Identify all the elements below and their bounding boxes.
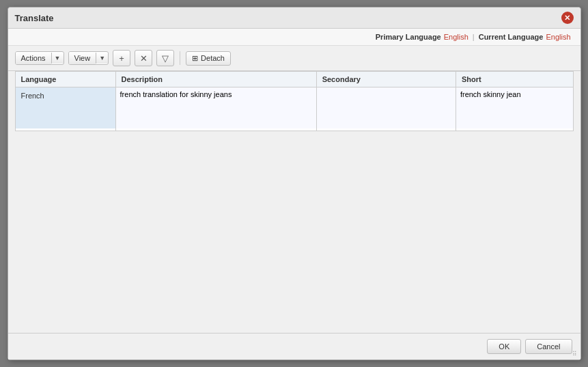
col-short: Short bbox=[456, 72, 573, 87]
add-button[interactable]: + bbox=[113, 50, 130, 66]
add-icon: + bbox=[119, 53, 124, 64]
view-button[interactable]: View bbox=[69, 52, 96, 64]
delete-button[interactable]: ✕ bbox=[135, 50, 152, 66]
col-language: Language bbox=[15, 72, 115, 87]
dialog-title: Translate bbox=[15, 13, 54, 23]
primary-language-label: Primary Language bbox=[376, 33, 441, 41]
secondary-cell[interactable] bbox=[316, 87, 456, 131]
language-separator: | bbox=[473, 33, 475, 41]
short-textarea[interactable]: french skinny jean bbox=[456, 87, 573, 128]
view-dropdown-arrow[interactable]: ▼ bbox=[96, 53, 108, 64]
table-header-row: Language Description Secondary Short bbox=[15, 72, 573, 87]
close-button[interactable]: ✕ bbox=[561, 12, 574, 24]
detach-label: Detach bbox=[201, 54, 225, 62]
language-cell: French bbox=[15, 87, 115, 131]
actions-dropdown-arrow[interactable]: ▼ bbox=[51, 53, 64, 64]
view-button-group[interactable]: View ▼ bbox=[68, 51, 109, 65]
primary-language-value: English bbox=[444, 33, 468, 41]
secondary-textarea[interactable] bbox=[317, 87, 456, 128]
filter-icon: ▽ bbox=[162, 53, 169, 64]
toolbar-separator bbox=[180, 51, 180, 65]
col-secondary: Secondary bbox=[316, 72, 456, 87]
cancel-button[interactable]: Cancel bbox=[525, 339, 572, 354]
translate-dialog: Translate ✕ Primary Language English | C… bbox=[8, 7, 581, 360]
current-language-value: English bbox=[546, 33, 570, 41]
short-cell[interactable]: french skinny jean bbox=[456, 87, 573, 131]
detach-icon: ⊞ bbox=[192, 54, 198, 63]
filter-button[interactable]: ▽ bbox=[156, 50, 174, 66]
language-bar: Primary Language English | Current Langu… bbox=[8, 29, 580, 46]
actions-button[interactable]: Actions bbox=[16, 52, 51, 64]
col-description: Description bbox=[115, 72, 316, 87]
detach-button[interactable]: ⊞ Detach bbox=[186, 51, 231, 66]
toolbar: Actions ▼ View ▼ + ✕ ▽ ⊞ Detach bbox=[8, 46, 580, 71]
delete-icon: ✕ bbox=[140, 53, 148, 64]
table-row: French french translation for skinny jea… bbox=[15, 87, 573, 131]
description-cell[interactable]: french translation for skinny jeans bbox=[115, 87, 316, 131]
dialog-title-bar: Translate ✕ bbox=[8, 8, 580, 29]
ok-button[interactable]: OK bbox=[487, 339, 521, 354]
dialog-footer: OK Cancel bbox=[8, 333, 580, 359]
current-language-label: Current Language bbox=[479, 33, 544, 41]
resize-handle[interactable]: ⠿ bbox=[572, 351, 577, 357]
table-area: Language Description Secondary Short Fre… bbox=[15, 71, 574, 333]
description-textarea[interactable]: french translation for skinny jeans bbox=[116, 87, 316, 128]
translations-table: Language Description Secondary Short Fre… bbox=[15, 71, 574, 131]
language-value: French bbox=[16, 87, 115, 128]
actions-button-group[interactable]: Actions ▼ bbox=[15, 51, 64, 65]
